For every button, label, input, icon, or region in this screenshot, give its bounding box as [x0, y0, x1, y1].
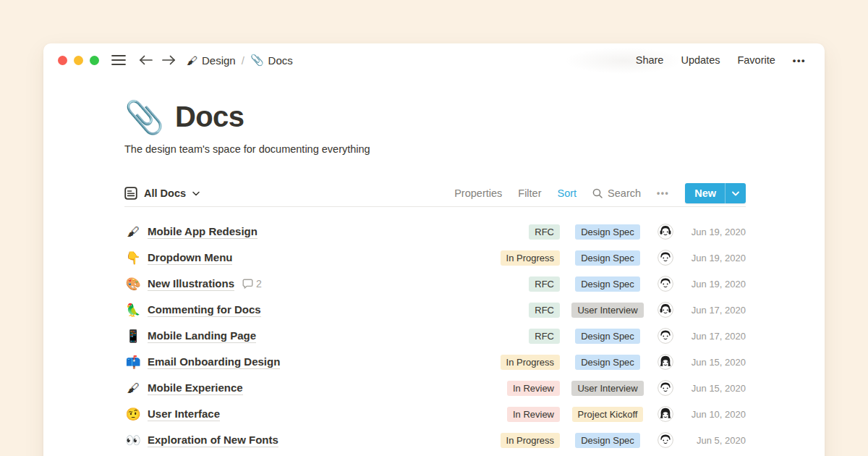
status-tag[interactable]: RFC	[529, 224, 560, 240]
table-header-divider	[124, 206, 746, 207]
status-tag[interactable]: RFC	[529, 276, 560, 292]
doc-emoji-icon: 🖌	[124, 382, 142, 394]
table-row[interactable]: 🎨New Illustrations2RFCDesign SpecJun 19,…	[124, 271, 746, 297]
doc-emoji-icon: 📱	[124, 330, 142, 342]
status-tag[interactable]: RFC	[529, 329, 560, 344]
doc-date: Jun 10, 2020	[684, 409, 746, 420]
table-row[interactable]: 🖌Mobile ExperienceIn ReviewUser Intervie…	[124, 375, 746, 401]
paintbrush-icon: 🖌	[187, 54, 197, 67]
page-subtitle: The design team's space for documenting …	[124, 143, 746, 155]
avatar	[658, 380, 673, 396]
forward-arrow-icon[interactable]	[162, 55, 176, 65]
avatar	[658, 302, 673, 318]
window-controls	[58, 56, 99, 65]
status-tag[interactable]: In Review	[507, 407, 560, 422]
list-view-icon	[124, 187, 137, 200]
back-arrow-icon[interactable]	[139, 55, 153, 65]
avatar	[658, 328, 673, 344]
doc-emoji-icon: 👇	[124, 252, 142, 264]
page-icon-paperclip: 📎	[124, 101, 164, 133]
search-button[interactable]: Search	[592, 187, 641, 199]
doc-emoji-icon: 🖌	[124, 226, 142, 238]
table-row[interactable]: 🖌Mobile App RedesignRFCDesign SpecJun 19…	[124, 219, 746, 245]
breadcrumb: 🖌 Design / 📎 Docs	[187, 54, 293, 67]
page-title: Docs	[175, 101, 244, 133]
table-row[interactable]: 📫Email Onboarding DesignIn ProgressDesig…	[124, 349, 746, 375]
properties-button[interactable]: Properties	[454, 187, 502, 199]
doc-emoji-icon: 🎨	[124, 278, 142, 290]
doc-type-tag[interactable]: Design Spec	[575, 250, 640, 266]
breadcrumb-label: Docs	[268, 54, 293, 67]
breadcrumb-item-design[interactable]: 🖌 Design	[187, 54, 236, 67]
updates-button[interactable]: Updates	[681, 54, 720, 66]
topbar: 🖌 Design / 📎 Docs Share Updates Favorite…	[43, 43, 825, 77]
doc-date: Jun 17, 2020	[684, 305, 746, 316]
doc-title-link[interactable]: User Interface	[148, 408, 220, 421]
table-row[interactable]: 👀Exploration of New FontsIn ProgressDesi…	[124, 427, 746, 453]
sort-button[interactable]: Sort	[558, 187, 577, 199]
breadcrumb-item-docs[interactable]: 📎 Docs	[250, 54, 293, 67]
artifact-smudge	[566, 48, 681, 74]
status-tag[interactable]: In Progress	[501, 250, 560, 266]
table-row[interactable]: 📱Mobile Landing PageRFCDesign SpecJun 17…	[124, 323, 746, 349]
filter-button[interactable]: Filter	[518, 187, 541, 199]
table-row[interactable]: 🤨User InterfaceIn ReviewProject KickoffJ…	[124, 401, 746, 427]
more-options-icon[interactable]: •••	[793, 55, 806, 66]
new-button[interactable]: New	[685, 183, 746, 203]
avatar	[658, 406, 673, 422]
table-rows: 🖌Mobile App RedesignRFCDesign SpecJun 19…	[124, 219, 746, 453]
doc-title-link[interactable]: Mobile Experience	[148, 381, 243, 395]
comment-bubble-icon	[242, 279, 253, 289]
doc-type-tag[interactable]: Project Kickoff	[572, 407, 644, 422]
doc-emoji-icon: 🤨	[124, 408, 142, 421]
doc-date: Jun 19, 2020	[684, 253, 746, 263]
doc-title-link[interactable]: New Illustrations	[148, 277, 234, 291]
close-window-button[interactable]	[58, 56, 67, 65]
doc-type-tag[interactable]: User Interview	[571, 303, 643, 318]
doc-title-link[interactable]: Commenting for Docs	[148, 303, 261, 317]
view-toolbar: All Docs Properties Filter Sort Search •…	[124, 183, 746, 203]
avatar	[658, 276, 673, 292]
view-switcher-all-docs[interactable]: All Docs	[124, 187, 200, 200]
doc-type-tag[interactable]: Design Spec	[575, 276, 640, 292]
doc-type-tag[interactable]: Design Spec	[575, 224, 640, 240]
paperclip-icon: 📎	[250, 54, 264, 67]
sidebar-menu-icon[interactable]	[111, 54, 126, 66]
status-tag[interactable]: RFC	[529, 303, 560, 318]
new-dropdown-chevron-icon[interactable]	[726, 183, 746, 203]
doc-date: Jun 17, 2020	[684, 331, 746, 342]
doc-date: Jun 5, 2020	[684, 435, 746, 446]
table-row[interactable]: 🦜Commenting for DocsRFCUser InterviewJun…	[124, 297, 746, 323]
doc-title-link[interactable]: Mobile Landing Page	[148, 329, 256, 343]
table-row[interactable]: 👇Dropdown MenuIn ProgressDesign SpecJun …	[124, 245, 746, 271]
status-tag[interactable]: In Review	[507, 381, 560, 396]
doc-type-tag[interactable]: Design Spec	[575, 433, 640, 448]
avatar	[658, 354, 673, 370]
doc-title-link[interactable]: Exploration of New Fonts	[148, 434, 278, 447]
toolbar-more-icon[interactable]: •••	[657, 188, 669, 198]
doc-date: Jun 15, 2020	[684, 357, 746, 368]
avatar	[658, 224, 673, 240]
view-switcher-label: All Docs	[144, 187, 186, 199]
doc-emoji-icon: 👀	[124, 434, 142, 447]
new-button-label: New	[685, 183, 725, 203]
favorite-button[interactable]: Favorite	[737, 54, 775, 66]
doc-type-tag[interactable]: User Interview	[571, 381, 643, 396]
comment-count: 2	[256, 278, 262, 290]
doc-type-tag[interactable]: Design Spec	[575, 355, 640, 370]
doc-title-link[interactable]: Email Onboarding Design	[148, 355, 280, 369]
doc-type-tag[interactable]: Design Spec	[575, 329, 640, 344]
breadcrumb-separator: /	[241, 54, 245, 67]
doc-emoji-icon: 🦜	[124, 304, 142, 316]
doc-emoji-icon: 📫	[124, 356, 142, 368]
doc-date: Jun 15, 2020	[684, 383, 746, 394]
status-tag[interactable]: In Progress	[501, 355, 560, 370]
comment-count-badge[interactable]: 2	[242, 278, 262, 290]
minimize-window-button[interactable]	[74, 56, 83, 65]
doc-date: Jun 19, 2020	[684, 279, 746, 290]
status-tag[interactable]: In Progress	[501, 433, 560, 448]
doc-title-link[interactable]: Dropdown Menu	[148, 251, 232, 265]
app-window: 🖌 Design / 📎 Docs Share Updates Favorite…	[43, 43, 825, 456]
doc-title-link[interactable]: Mobile App Redesign	[148, 225, 258, 239]
zoom-window-button[interactable]	[90, 56, 99, 65]
